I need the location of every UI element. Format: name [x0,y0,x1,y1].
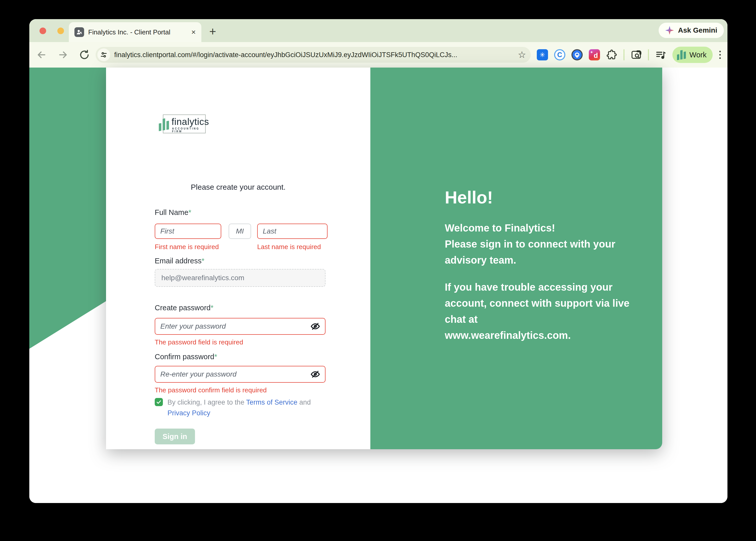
ask-gemini-label: Ask Gemini [678,26,717,34]
browser-menu-icon[interactable] [719,51,721,59]
required-asterisk: * [210,303,213,312]
c-extension-icon[interactable]: C [554,49,566,60]
window-close-button[interactable] [40,28,46,34]
browser-toolbar: finalytics.clientportal.com/#/login/acti… [29,42,727,68]
browser-window: Finalytics Inc. - Client Portal × + Ask … [29,19,727,503]
new-tab-button[interactable]: + [209,23,216,40]
confirm-password-error: The password confirm field is required [155,386,267,394]
create-password-input[interactable] [155,318,325,335]
last-name-input[interactable] [257,224,327,239]
create-password-error: The password field is required [155,338,243,346]
required-asterisk: * [214,352,217,361]
finalytics-logo: finalytics ACCOUNTING FIRM [158,113,207,134]
confirm-password-label: Confirm password* [155,352,217,361]
last-name-error: Last name is required [257,243,321,251]
profile-chip[interactable]: Work [672,47,713,63]
toolbar-separator [623,49,624,60]
create-password-label: Create password* [155,303,213,312]
terms-of-service-link[interactable]: Terms of Service [246,398,297,406]
first-name-input[interactable] [155,224,221,239]
first-name-error: First name is required [155,243,219,251]
url-bar[interactable]: finalytics.clientportal.com/#/login/acti… [96,47,531,63]
d-extension-icon[interactable]: ✦ d [589,49,600,60]
middle-initial-input[interactable] [229,224,251,239]
snowflake-extension-icon[interactable]: ✳ [537,49,548,60]
d-extension-sparkle: ✦ [590,50,593,55]
logo-tagline: ACCOUNTING FIRM [172,127,207,133]
tab-strip: Finalytics Inc. - Client Portal × + Ask … [29,19,727,42]
signup-form-panel: finalytics ACCOUNTING FIRM Please create… [106,68,370,449]
logo-text: finalytics [172,117,209,127]
green-wedge-decoration [29,68,106,349]
form-heading: Please create your account. [106,183,370,192]
login-card: finalytics ACCOUNTING FIRM Please create… [106,68,662,449]
tab-search-icon[interactable] [630,49,642,60]
required-asterisk: * [201,257,204,265]
tab-title: Finalytics Inc. - Client Portal [88,28,188,36]
profile-logo-icon [677,49,686,60]
welcome-paragraph: Welcome to Finalytics! Please sign in to… [445,220,641,268]
url-text[interactable]: finalytics.clientportal.com/#/login/acti… [114,51,514,59]
browser-tab[interactable]: Finalytics Inc. - Client Portal × [69,22,201,42]
tab-close-icon[interactable]: × [191,28,196,36]
terms-checkbox[interactable] [155,398,163,406]
ask-gemini-button[interactable]: Ask Gemini [659,23,724,38]
back-button[interactable] [36,49,47,60]
tab-favicon-icon [74,27,84,37]
reload-button[interactable] [79,49,90,60]
required-asterisk: * [189,208,191,217]
profile-label: Work [689,51,707,59]
support-paragraph: If you have trouble accessing your accou… [445,279,641,343]
full-name-label: Full Name* [155,208,191,217]
forward-button[interactable] [57,49,69,60]
welcome-greeting: Hello! [445,188,493,207]
reading-list-music-icon[interactable] [655,49,666,60]
extensions-puzzle-icon[interactable] [606,49,617,60]
welcome-panel: Hello! Welcome to Finalytics! Please sig… [370,68,662,449]
email-input [155,269,325,287]
bookmark-star-icon[interactable]: ☆ [518,50,526,59]
window-minimize-button[interactable] [57,28,64,34]
page-content: finalytics ACCOUNTING FIRM Please create… [29,68,727,503]
logo-bars-icon [159,119,169,130]
confirm-password-field [155,366,325,383]
confirm-password-input[interactable] [155,366,325,383]
sign-in-button[interactable]: Sign in [155,428,195,444]
email-label: Email address* [155,257,204,265]
toggle-password-visibility-icon[interactable] [310,369,321,380]
toggle-password-visibility-icon[interactable] [310,321,321,332]
privacy-policy-link[interactable]: Privacy Policy [168,409,210,417]
agreement-row: By clicking, I agree to the Terms of Ser… [155,397,323,418]
toolbar-separator [648,49,649,60]
create-password-field [155,318,325,335]
gemini-star-icon [665,26,674,35]
agreement-text: By clicking, I agree to the Terms of Ser… [168,397,323,418]
site-info-icon[interactable] [97,48,110,61]
password-manager-extension-icon[interactable] [571,49,583,60]
